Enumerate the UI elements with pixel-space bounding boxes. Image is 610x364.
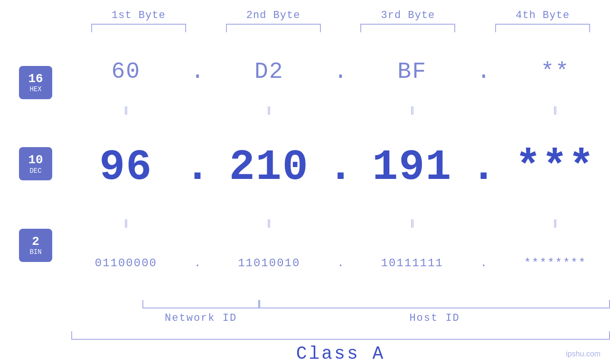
dec-dot3: . (474, 143, 493, 192)
id-brackets (142, 300, 610, 308)
hex-dot3: . (474, 59, 493, 84)
dec-dot2: . (331, 143, 350, 192)
hex-byte1: 60 (78, 59, 173, 84)
bracket-byte2 (226, 24, 321, 32)
hex-byte2: D2 (222, 59, 317, 84)
bracket-byte1 (91, 24, 186, 32)
bracket-byte3 (360, 24, 455, 32)
equals1-b1: ∥ (78, 106, 173, 115)
top-brackets (0, 24, 610, 32)
network-bracket (142, 300, 259, 308)
bin-dot3: . (474, 257, 493, 270)
content-area: 16 HEX 10 DEC 2 BIN 60 . (0, 37, 610, 324)
equals-row-1: ∥ ∥ ∥ ∥ (71, 106, 610, 115)
bin-byte4: ******** (508, 257, 603, 270)
equals2-b1: ∥ (78, 219, 173, 228)
data-columns: 60 . D2 . BF . ** (71, 37, 610, 324)
equals1-b3: ∥ (365, 106, 460, 115)
network-id-label: Network ID (142, 312, 259, 324)
bin-badge-number: 2 (32, 235, 39, 249)
hex-row: 60 . D2 . BF . ** (71, 37, 610, 106)
host-bracket (259, 300, 610, 308)
dec-badge-number: 10 (28, 153, 43, 167)
bottom-bracket (71, 331, 610, 340)
id-labels-row: Network ID Host ID (142, 312, 610, 324)
dec-badge-label: DEC (29, 167, 41, 175)
id-section: Network ID Host ID (142, 300, 610, 324)
dec-badge: 10 DEC (19, 147, 52, 180)
equals2-b2: ∥ (222, 219, 317, 228)
bracket-byte4 (495, 24, 590, 32)
bin-dot2: . (331, 257, 350, 270)
hex-badge-number: 16 (28, 72, 43, 86)
equals1-b4: ∥ (508, 106, 603, 115)
byte4-header: 4th Byte (495, 9, 590, 21)
byte-headers: 1st Byte 2nd Byte 3rd Byte 4th Byte (0, 0, 610, 21)
hex-badge: 16 HEX (19, 66, 52, 99)
byte2-header: 2nd Byte (226, 9, 321, 21)
equals2-b4: ∥ (508, 219, 603, 228)
dec-byte4: *** (508, 143, 603, 192)
dec-byte1: 96 (78, 143, 173, 192)
dec-byte2: 210 (222, 143, 317, 192)
watermark: ipshu.com (566, 350, 601, 358)
byte1-header: 1st Byte (91, 9, 186, 21)
host-id-label: Host ID (259, 312, 610, 324)
badges-column: 16 HEX 10 DEC 2 BIN (0, 37, 71, 324)
bin-byte3: 10111111 (365, 257, 460, 270)
bin-badge-label: BIN (29, 248, 41, 256)
hex-byte4: ** (508, 59, 603, 84)
dec-dot1: . (188, 143, 207, 192)
hex-badge-label: HEX (29, 85, 41, 93)
equals-row-2: ∥ ∥ ∥ ∥ (71, 219, 610, 228)
bin-byte2: 11010010 (222, 257, 317, 270)
bin-badge: 2 BIN (19, 229, 52, 262)
class-label: Class A (71, 344, 610, 364)
dec-row: 96 . 210 . 191 . *** (71, 115, 610, 219)
equals1-b2: ∥ (222, 106, 317, 115)
main-container: 1st Byte 2nd Byte 3rd Byte 4th Byte 16 H… (0, 0, 610, 364)
byte3-header: 3rd Byte (360, 9, 455, 21)
bin-byte1: 01100000 (78, 257, 173, 270)
bin-row: 01100000 . 11010010 . 10111111 . (71, 228, 610, 298)
bin-dot1: . (188, 257, 207, 270)
dec-byte3: 191 (365, 143, 460, 192)
hex-dot2: . (331, 59, 350, 84)
hex-byte3: BF (365, 59, 460, 84)
equals2-b3: ∥ (365, 219, 460, 228)
hex-dot1: . (188, 59, 207, 84)
